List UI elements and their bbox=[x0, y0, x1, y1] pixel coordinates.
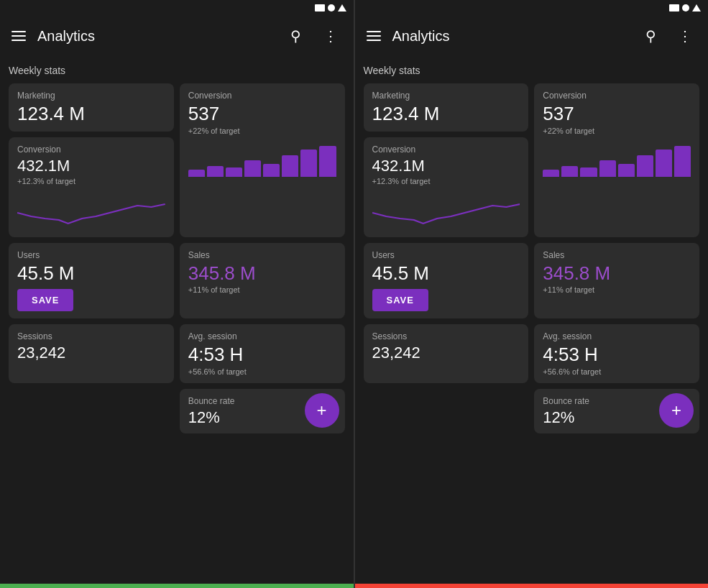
app-bar-1: Analytics ⚲ ⋮ bbox=[0, 16, 354, 56]
marketing-value-1: 123.4 M bbox=[17, 104, 165, 124]
sales-sub-1: +11% of target bbox=[188, 285, 336, 294]
phone-screen-1: Analytics ⚲ ⋮ Weekly stats Marketing 123… bbox=[0, 0, 354, 588]
avg-session-sub-1: +56.6% of target bbox=[188, 367, 336, 376]
conversion-top-sub-1: +22% of target bbox=[188, 127, 336, 135]
fab-1[interactable]: + bbox=[305, 393, 339, 428]
battery-icon bbox=[315, 4, 325, 12]
bottom-bar-2 bbox=[355, 584, 709, 588]
users-label-1: Users bbox=[17, 250, 165, 260]
content-1: Weekly stats Marketing 123.4 M Conversio… bbox=[0, 56, 354, 584]
users-value-2: 45.5 M bbox=[372, 263, 520, 284]
conversion-main-value-2: 432.1M bbox=[372, 157, 520, 175]
bar-chart-1 bbox=[188, 141, 336, 177]
line-chart-1 bbox=[17, 191, 165, 227]
stats-grid-1: Marketing 123.4 M Conversion 537 +22% of… bbox=[9, 83, 345, 433]
marketing-card-2: Marketing 123.4 M bbox=[364, 83, 529, 132]
marketing-label-2: Marketing bbox=[372, 91, 520, 101]
conversion-main-label-2: Conversion bbox=[372, 144, 520, 155]
conversion-top-card-1: Conversion 537 +22% of target bbox=[180, 83, 345, 237]
sessions-card-2: Sessions 23,242 bbox=[364, 324, 529, 383]
conversion-top-card-2: Conversion 537 +22% of target bbox=[534, 83, 699, 237]
avg-session-label-2: Avg. session bbox=[543, 331, 691, 341]
users-label-2: Users bbox=[372, 250, 520, 260]
conversion-main-value-1: 432.1M bbox=[17, 157, 165, 175]
app-title-2: Analytics bbox=[392, 28, 628, 45]
weekly-stats-title-1: Weekly stats bbox=[9, 65, 345, 76]
marketing-card-1: Marketing 123.4 M bbox=[9, 83, 174, 132]
conversion-main-card-1: Conversion 432.1M +12.3% of target bbox=[9, 137, 174, 237]
search-button-2[interactable]: ⚲ bbox=[639, 24, 662, 47]
hamburger-icon[interactable] bbox=[12, 31, 26, 41]
conversion-top-value-1: 537 bbox=[188, 104, 336, 124]
wifi-icon bbox=[338, 4, 346, 12]
sales-value-1: 345.8 M bbox=[188, 263, 336, 284]
marketing-label-1: Marketing bbox=[17, 91, 165, 101]
users-value-1: 45.5 M bbox=[17, 263, 165, 284]
bar-chart-2 bbox=[543, 141, 691, 177]
app-bar-2: Analytics ⚲ ⋮ bbox=[355, 16, 709, 56]
conversion-main-card-2: Conversion 432.1M +12.3% of target bbox=[364, 137, 529, 237]
sales-card-1: Sales 345.8 M +11% of target bbox=[180, 243, 345, 319]
stats-grid-2: Marketing 123.4 M Conversion 537 +22% of… bbox=[364, 83, 700, 433]
more-button-2[interactable]: ⋮ bbox=[673, 24, 696, 47]
wifi-icon-2 bbox=[692, 4, 701, 12]
signal-icon-2 bbox=[682, 4, 689, 12]
bounce-rate-card-2: Bounce rate 12% + bbox=[534, 389, 699, 433]
users-card-2: Users 45.5 M SAVE bbox=[364, 243, 529, 319]
weekly-stats-title-2: Weekly stats bbox=[364, 65, 700, 76]
search-button-1[interactable]: ⚲ bbox=[285, 24, 308, 47]
status-bar-1 bbox=[0, 0, 354, 16]
marketing-value-2: 123.4 M bbox=[372, 104, 520, 124]
save-button-2[interactable]: SAVE bbox=[372, 289, 428, 311]
app-title-1: Analytics bbox=[37, 28, 273, 45]
conversion-top-value-2: 537 bbox=[543, 104, 691, 124]
phone-screen-2: Analytics ⚲ ⋮ Weekly stats Marketing 123… bbox=[355, 0, 709, 588]
sessions-value-1: 23,242 bbox=[17, 344, 165, 362]
content-2: Weekly stats Marketing 123.4 M Conversio… bbox=[355, 56, 709, 584]
hamburger-icon-2[interactable] bbox=[367, 31, 381, 41]
avg-session-label-1: Avg. session bbox=[188, 331, 336, 341]
sales-card-2: Sales 345.8 M +11% of target bbox=[534, 243, 699, 319]
conversion-top-sub-2: +22% of target bbox=[543, 127, 691, 135]
avg-session-sub-2: +56.6% of target bbox=[543, 367, 691, 376]
status-bar-2 bbox=[355, 0, 709, 16]
sessions-label-2: Sessions bbox=[372, 331, 520, 341]
sales-sub-2: +11% of target bbox=[543, 285, 691, 294]
conversion-main-label-1: Conversion bbox=[17, 144, 165, 155]
sessions-value-2: 23,242 bbox=[372, 344, 520, 362]
line-chart-2 bbox=[372, 191, 520, 227]
more-button-1[interactable]: ⋮ bbox=[319, 24, 342, 47]
sales-value-2: 345.8 M bbox=[543, 263, 691, 284]
fab-2[interactable]: + bbox=[659, 393, 694, 428]
avg-session-value-2: 4:53 H bbox=[543, 344, 691, 365]
conversion-main-sub-1: +12.3% of target bbox=[17, 177, 165, 185]
conversion-main-sub-2: +12.3% of target bbox=[372, 177, 520, 185]
users-card-1: Users 45.5 M SAVE bbox=[9, 243, 174, 319]
save-button-1[interactable]: SAVE bbox=[17, 289, 73, 311]
battery-icon-2 bbox=[669, 4, 679, 12]
bottom-bar-1 bbox=[0, 584, 354, 588]
avg-session-value-1: 4:53 H bbox=[188, 344, 336, 365]
sales-label-1: Sales bbox=[188, 250, 336, 260]
sessions-card-1: Sessions 23,242 bbox=[9, 324, 174, 383]
signal-icon bbox=[328, 4, 335, 12]
bounce-rate-card-1: Bounce rate 12% + bbox=[180, 389, 345, 433]
avg-session-card-1: Avg. session 4:53 H +56.6% of target bbox=[180, 324, 345, 383]
conversion-top-label-2: Conversion bbox=[543, 91, 691, 101]
conversion-top-label-1: Conversion bbox=[188, 91, 336, 101]
avg-session-card-2: Avg. session 4:53 H +56.6% of target bbox=[534, 324, 699, 383]
sales-label-2: Sales bbox=[543, 250, 691, 260]
sessions-label-1: Sessions bbox=[17, 331, 165, 341]
